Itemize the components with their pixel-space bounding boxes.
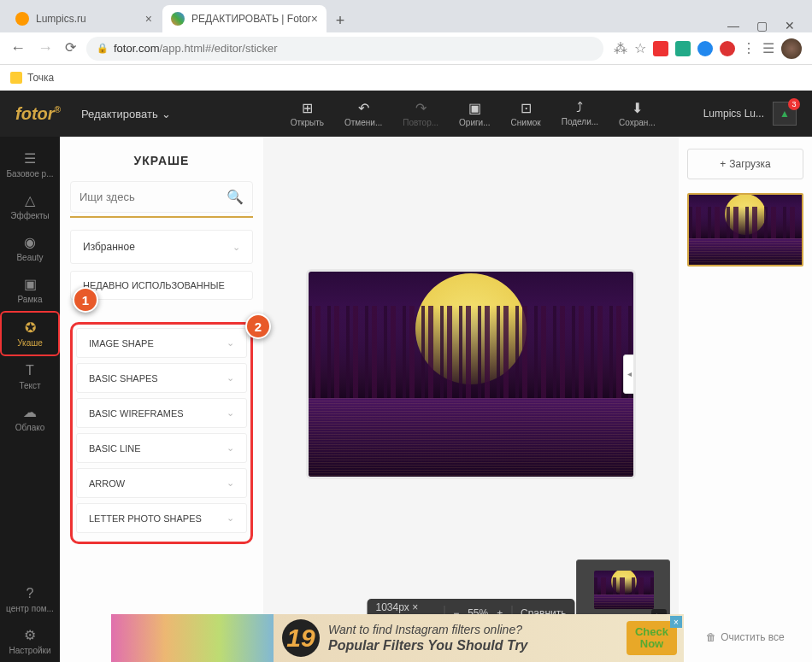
callout-1: 1	[73, 287, 98, 313]
clear-all-button[interactable]: 🗑 Очистить все	[687, 624, 803, 650]
ad-text: Want to find Instagram filters online?Po…	[328, 622, 627, 655]
new-tab-button[interactable]: +	[328, 9, 352, 32]
canvas-area[interactable]: ◂ 1034px × 606px − 55% + Сравнить ↘	[263, 137, 679, 662]
favorites-section[interactable]: Избранное ⌄	[70, 230, 253, 264]
chevron-down-icon: ⌄	[227, 407, 234, 419]
ad-close-icon[interactable]: ×	[670, 616, 682, 628]
app-header: fotor® Редактировать ⌄ ⊞Открыть ↶Отмени.…	[0, 91, 812, 137]
redo-icon: ↷	[415, 100, 427, 116]
rail-settings[interactable]: ⚙Настройки	[0, 620, 60, 662]
edit-dropdown[interactable]: Редактировать ⌄	[81, 108, 171, 120]
close-icon[interactable]: ×	[145, 12, 152, 26]
star-icon[interactable]: ☆	[634, 40, 646, 56]
open-icon: ⊞	[302, 100, 313, 116]
sticker-panel: УКРАШЕ 🔍 Избранное ⌄ НЕДАВНО ИСПОЛЬЗОВАН…	[60, 137, 263, 662]
notification-badge: 3	[788, 98, 800, 110]
url-field[interactable]: 🔒 fotor.com /app.html#/editor/sticker	[86, 37, 603, 61]
back-icon[interactable]: ←	[10, 39, 26, 57]
translate-icon[interactable]: ⁂	[614, 40, 627, 56]
rail-basic[interactable]: ☰Базовое р...	[0, 144, 60, 185]
rail-frame[interactable]: ▣Рамка	[0, 269, 60, 311]
bookmark-label[interactable]: Точка	[27, 72, 54, 84]
category-item[interactable]: IMAGE SHAPE⌄	[76, 328, 247, 358]
profile-avatar[interactable]	[781, 38, 802, 59]
bookmark-icon	[10, 72, 22, 84]
save-button[interactable]: ⬇Сохран...	[610, 97, 664, 131]
collapse-handle[interactable]: ◂	[623, 354, 633, 394]
ad-image	[111, 614, 274, 662]
chevron-down-icon: ⌄	[162, 108, 171, 120]
category-item[interactable]: LETTER PHOTO SHAPES⌄	[76, 503, 247, 533]
share-button[interactable]: ⤴Подели...	[553, 97, 607, 131]
tab-title: Lumpics.ru	[36, 13, 86, 25]
extension-icon[interactable]	[697, 41, 713, 56]
address-bar: ← → ⟳ 🔒 fotor.com /app.html#/editor/stic…	[0, 32, 812, 65]
image-thumbnail[interactable]	[687, 193, 803, 267]
close-icon[interactable]: ×	[311, 12, 318, 26]
chevron-down-icon: ⌄	[227, 442, 234, 454]
username[interactable]: Lumpics Lu...	[703, 108, 764, 120]
fotor-app: fotor® Редактировать ⌄ ⊞Открыть ↶Отмени.…	[0, 91, 812, 662]
undo-icon: ↶	[358, 100, 369, 116]
star-icon: ✪	[25, 319, 36, 336]
sliders-icon: ☰	[24, 150, 36, 167]
category-item[interactable]: BASIC WIREFRAMES⌄	[76, 398, 247, 428]
reload-icon[interactable]: ⟳	[65, 39, 76, 57]
user-avatar[interactable]: ▲ 3	[773, 102, 797, 126]
camera-icon: ⊡	[521, 100, 532, 116]
callout-2: 2	[245, 313, 271, 339]
frame-icon: ▣	[24, 276, 37, 292]
open-button[interactable]: ⊞Открыть	[282, 97, 332, 131]
category-item[interactable]: BASIC SHAPES⌄	[76, 363, 247, 393]
browser-tab-active[interactable]: РЕДАКТИРОВАТЬ | Fotor ×	[162, 5, 327, 32]
redo-button[interactable]: ↷Повтор...	[394, 97, 447, 131]
url-host: fotor.com	[114, 42, 159, 55]
rail-help[interactable]: ?центр пом...	[0, 579, 60, 620]
category-item[interactable]: ARROW⌄	[76, 468, 247, 498]
snapshot-button[interactable]: ⊡Снимок	[503, 97, 550, 131]
ad-number: 19	[282, 619, 320, 657]
chevron-down-icon: ⌄	[227, 337, 234, 349]
undo-button[interactable]: ↶Отмени...	[336, 97, 391, 131]
lock-icon: 🔒	[97, 43, 109, 54]
trash-icon: 🗑	[706, 631, 716, 643]
extension-icon[interactable]	[675, 41, 691, 56]
image-icon: ▣	[468, 100, 481, 116]
chevron-down-icon: ⌄	[227, 372, 234, 384]
rail-text[interactable]: TТекст	[0, 356, 60, 397]
chevron-down-icon: ⌄	[227, 513, 234, 524]
rail-cloud[interactable]: ☁Облако	[0, 397, 60, 439]
rail-beauty[interactable]: ◉Beauty	[0, 227, 60, 269]
gear-icon: ⚙	[24, 627, 36, 643]
tab-title: РЕДАКТИРОВАТЬ | Fotor	[191, 13, 311, 25]
extension-icon[interactable]	[653, 41, 668, 56]
extension-icon[interactable]	[720, 41, 735, 56]
cloud-icon: ☁	[23, 404, 37, 420]
forward-icon[interactable]: →	[38, 39, 53, 57]
canvas-image[interactable]: ◂	[309, 272, 633, 477]
close-window-icon[interactable]: ✕	[785, 19, 795, 32]
ad-banner[interactable]: 19 Want to find Instagram filters online…	[111, 614, 684, 662]
search-input[interactable]	[79, 190, 227, 203]
search-box[interactable]: 🔍	[70, 181, 253, 213]
save-icon: ⬇	[632, 100, 643, 116]
category-item[interactable]: BASIC LINE⌄	[76, 433, 247, 463]
browser-tab-strip: Lumpics.ru × РЕДАКТИРОВАТЬ | Fotor × + —…	[0, 0, 812, 32]
minimize-icon[interactable]: —	[727, 19, 739, 32]
rail-effects[interactable]: △Эффекты	[0, 185, 60, 227]
fotor-logo[interactable]: fotor®	[15, 104, 61, 124]
search-icon[interactable]: 🔍	[227, 189, 244, 205]
left-rail: ☰Базовое р... △Эффекты ◉Beauty ▣Рамка ✪У…	[0, 137, 60, 662]
upload-button[interactable]: +Загрузка	[687, 149, 803, 179]
right-panel: +Загрузка 🗑 Очистить все	[679, 137, 812, 662]
browser-tab[interactable]: Lumpics.ru ×	[7, 5, 161, 32]
original-button[interactable]: ▣Ориги...	[450, 97, 499, 131]
rail-sticker[interactable]: ✪Укаше	[0, 311, 60, 356]
help-icon: ?	[26, 586, 34, 601]
panel-title: УКРАШЕ	[70, 147, 253, 181]
share-icon: ⤴	[576, 100, 583, 115]
chevron-down-icon: ⌄	[227, 477, 234, 489]
maximize-icon[interactable]: ▢	[756, 19, 768, 32]
menu-icon[interactable]: ⋮	[742, 40, 756, 56]
reading-list-icon[interactable]: ☰	[762, 40, 774, 56]
